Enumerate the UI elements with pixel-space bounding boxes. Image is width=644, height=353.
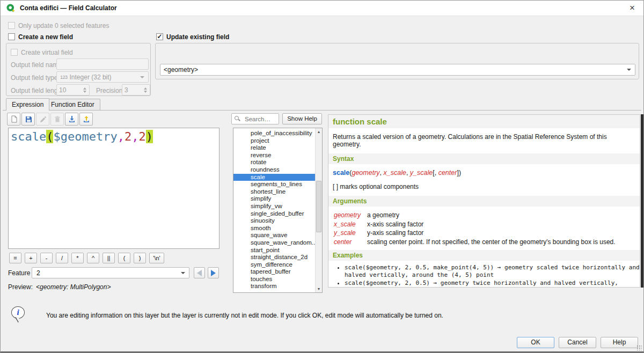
function-list-item[interactable]: segments_to_lines: [233, 181, 315, 188]
expression-token-comma: ,: [131, 130, 138, 143]
help-description: Returns a scaled version of a geometry. …: [328, 128, 640, 149]
function-list-item-selected[interactable]: scale: [233, 174, 315, 181]
help-examples-header: Examples: [328, 250, 640, 261]
integer-type-icon: 123: [60, 75, 68, 80]
existing-field-group: <geometry>: [155, 43, 639, 79]
syntax-param: geometry: [352, 169, 379, 176]
only-update-checkbox: [8, 22, 15, 29]
operator-close-paren-button[interactable]: ): [134, 253, 146, 263]
operator-equals-button[interactable]: =: [9, 253, 21, 263]
expression-token-comma: ,: [118, 130, 125, 143]
operator-divide-button[interactable]: /: [56, 253, 68, 263]
feature-input[interactable]: [35, 269, 174, 277]
help-button[interactable]: Help: [601, 337, 638, 348]
next-feature-button[interactable]: [208, 267, 219, 278]
function-list-item[interactable]: square_wave: [233, 232, 315, 239]
new-file-icon: [10, 115, 18, 123]
example-code: scale($geometry, 2, 0.5, make_point(4, 5…: [345, 264, 494, 271]
function-list-item[interactable]: simplify_vw: [233, 203, 315, 210]
argument-name: center: [334, 238, 367, 246]
spinner-arrows-icon: [82, 85, 88, 94]
function-list-item[interactable]: square_wave_random...: [233, 239, 315, 247]
create-new-field-checkbox[interactable]: [8, 33, 15, 40]
save-expression-button[interactable]: [21, 113, 35, 126]
window-edge: [641, 114, 643, 288]
preview-label: Preview:: [8, 283, 33, 291]
function-list-item[interactable]: shortest_line: [233, 188, 315, 196]
function-list-scrollbar[interactable]: ▲ ▼: [315, 128, 322, 292]
operator-minus-button[interactable]: -: [40, 253, 53, 263]
precision-label: Precision: [96, 87, 122, 94]
resize-grip[interactable]: [636, 345, 642, 350]
output-field-length-value: 10: [59, 86, 66, 94]
argument-row: geometry a geometry: [334, 211, 635, 219]
edit-mode-message: You are editing information on this laye…: [46, 312, 443, 319]
function-list-item[interactable]: start_point: [233, 247, 315, 254]
chevron-down-icon: [627, 69, 631, 71]
search-input[interactable]: [244, 114, 279, 123]
operator-concat-button[interactable]: ||: [103, 253, 115, 263]
function-list-item[interactable]: roundness: [233, 166, 315, 174]
syntax-separator: ,: [406, 169, 410, 176]
function-list-item[interactable]: transform: [233, 283, 315, 290]
import-expression-button[interactable]: [65, 113, 78, 126]
argument-desc: a geometry: [367, 211, 399, 219]
close-icon[interactable]: ×: [626, 2, 638, 14]
function-list-item[interactable]: simplify: [233, 195, 315, 203]
import-arrow-icon: [68, 115, 76, 123]
operator-multiply-button[interactable]: *: [71, 253, 84, 263]
result-arrow-icon: →: [497, 264, 501, 271]
expression-token-close-paren: ): [146, 130, 153, 143]
function-help-panel: function scale Returns a scaled version …: [328, 114, 640, 288]
show-help-button[interactable]: Show Help: [282, 113, 322, 124]
help-syntax-header: Syntax: [328, 153, 640, 164]
info-icon-tail: [14, 317, 19, 322]
operator-power-button[interactable]: ^: [87, 253, 99, 263]
function-list-item[interactable]: single_sided_buffer: [233, 210, 315, 218]
function-list-item[interactable]: straight_distance_2d: [233, 254, 315, 261]
scroll-up-icon[interactable]: ▲: [316, 128, 322, 135]
function-list-item[interactable]: project: [233, 137, 315, 145]
function-list-item[interactable]: touches: [233, 276, 315, 283]
function-list-item[interactable]: pole_of_inaccessibility: [233, 130, 315, 137]
field-selector-value: <geometry>: [164, 66, 198, 73]
operator-newline-button[interactable]: '\n': [149, 253, 164, 263]
update-existing-field-checkbox[interactable]: ✓: [156, 33, 163, 40]
function-list-item[interactable]: smooth: [233, 225, 315, 232]
scroll-down-icon[interactable]: ▼: [316, 285, 322, 292]
function-list-item[interactable]: relate: [233, 144, 315, 152]
argument-name: y_scale: [334, 229, 367, 237]
trash-icon: [54, 115, 61, 123]
syntax-function-name: scale: [333, 169, 349, 176]
expression-editor[interactable]: scale($geometry,2,2): [8, 128, 219, 249]
function-search-box[interactable]: [231, 113, 279, 124]
syntax-param: center: [438, 169, 457, 176]
ok-button[interactable]: OK: [517, 337, 554, 348]
field-selector-combo[interactable]: <geometry>: [160, 64, 635, 76]
operator-plus-button[interactable]: +: [25, 253, 37, 263]
create-virtual-field-label: Create virtual field: [21, 49, 73, 56]
cancel-button[interactable]: Cancel: [559, 337, 596, 348]
tab-expression[interactable]: Expression: [6, 98, 49, 111]
function-list-item[interactable]: rotate: [233, 159, 315, 166]
function-list[interactable]: pole_of_inaccessibility project relate r…: [233, 128, 323, 293]
expression-token-number: 2: [125, 130, 131, 143]
new-expression-button[interactable]: [7, 113, 20, 126]
scrollbar-thumb[interactable]: [316, 181, 321, 232]
example-item: scale($geometry, 2, 0.5) → geometry twic…: [345, 280, 640, 288]
export-expression-button[interactable]: [79, 113, 93, 126]
info-icon: i: [11, 306, 25, 319]
help-syntax-line: scale(geometry, x_scale, y_scale[, cente…: [328, 164, 640, 178]
operator-open-paren-button[interactable]: (: [118, 253, 130, 263]
feature-combo[interactable]: [32, 267, 189, 278]
tab-function-editor[interactable]: Function Editor: [45, 99, 100, 110]
function-list-item[interactable]: sinuosity: [233, 217, 315, 225]
qgis-logo-icon: [6, 3, 16, 13]
function-list-item[interactable]: reverse: [233, 152, 315, 159]
expression-token-function: scale: [11, 130, 46, 143]
function-list-item[interactable]: tapered_buffer: [233, 268, 315, 276]
precision-value: 3: [125, 86, 128, 94]
help-optional-note: [ ] marks optional components: [328, 178, 640, 192]
syntax-param: y_scale: [410, 169, 433, 176]
function-list-item[interactable]: sym_difference: [233, 261, 315, 269]
